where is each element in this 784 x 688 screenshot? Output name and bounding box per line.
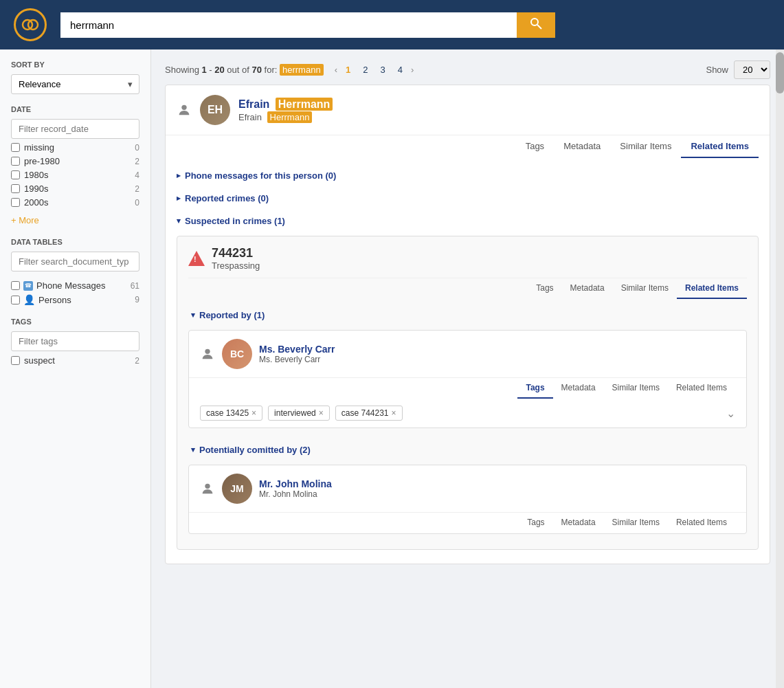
date-label: DATE <box>11 105 139 113</box>
tag-case744231-remove[interactable]: × <box>392 408 396 418</box>
potentially-committed-section: ▾ Potentially comitted by (2) JM <box>188 434 747 534</box>
chevron-down-icon-3: ▾ <box>191 445 195 454</box>
data-tables-filter-input[interactable] <box>11 252 139 271</box>
svg-point-5 <box>205 349 210 354</box>
result-subtitle: Efrain Herrmann <box>238 112 333 122</box>
avatar-beverly: BC <box>222 339 252 369</box>
date-filter-2000s: 2000s 0 <box>11 197 139 208</box>
checkbox-pre1980[interactable] <box>11 157 20 166</box>
main-layout: SORT BY Relevance DATE missing 0 pre-198… <box>0 49 784 688</box>
tab-tags[interactable]: Tags <box>516 135 554 158</box>
suspected-crimes-header[interactable]: ▾ Suspected in crimes (1) <box>177 212 759 230</box>
reported-crimes-header[interactable]: ▸ Reported crimes (0) <box>177 189 759 208</box>
checkbox-phone-messages[interactable] <box>11 281 20 290</box>
potentially-committed-label: Potentially comitted by (2) <box>199 445 311 455</box>
svg-point-4 <box>181 105 186 110</box>
beverly-tabs: Tags Metadata Similar Items Related Item… <box>189 377 746 399</box>
potentially-committed-header[interactable]: ▾ Potentially comitted by (2) <box>188 441 747 459</box>
results-top-row: Showing 1 - 20 out of 70 for: herrmann ‹… <box>165 60 770 79</box>
date-filter-missing-label: missing <box>24 142 54 153</box>
tag-suspect: suspect 2 <box>11 355 139 366</box>
related-items-content: ▸ Phone messages for this person (0) ▸ R… <box>166 158 770 564</box>
show-row: Show 20 50 <box>706 60 770 79</box>
pagination-next[interactable]: › <box>411 65 414 75</box>
pagination-page-1[interactable]: 1 <box>341 63 355 76</box>
john-tab-metadata[interactable]: Metadata <box>553 513 604 533</box>
pagination-page-2[interactable]: 2 <box>359 63 372 76</box>
tab-related-items[interactable]: Related Items <box>681 135 759 158</box>
sort-select[interactable]: Relevance <box>11 74 139 94</box>
avatar-john: JM <box>222 474 252 504</box>
date-filter-pre1980-label: pre-1980 <box>24 156 60 166</box>
date-filter-1980s: 1980s 4 <box>11 170 139 180</box>
john-tab-related[interactable]: Related Items <box>668 513 735 533</box>
tags-filter-input[interactable] <box>11 331 139 351</box>
pagination-page-3[interactable]: 3 <box>376 63 389 76</box>
reported-by-header[interactable]: ▾ Reported by (1) <box>188 306 747 324</box>
john-tabs: Tags Metadata Similar Items Related Item… <box>189 512 746 533</box>
result-name-plain: Efrain <box>238 98 269 110</box>
john-tab-similar[interactable]: Similar Items <box>604 513 668 533</box>
chevron-right-icon: ▸ <box>177 171 181 180</box>
crime-tabs: Tags Metadata Similar Items Related Item… <box>188 278 747 299</box>
svg-point-2 <box>531 19 538 25</box>
crime-tab-tags[interactable]: Tags <box>528 278 561 299</box>
result-card-header: EH Efrain Herrmann Efrain Herrmann <box>166 85 770 135</box>
date-filter-2000s-count: 0 <box>135 198 139 208</box>
phone-messages-label: Phone Messages <box>36 280 105 291</box>
scrollbar-thumb[interactable] <box>776 52 784 93</box>
tag-suspect-count: 2 <box>135 356 139 366</box>
date-filter-missing: missing 0 <box>11 142 139 153</box>
tag-case13425-remove[interactable]: × <box>251 408 256 418</box>
beverly-tab-tags[interactable]: Tags <box>517 378 552 399</box>
svg-point-6 <box>205 484 210 489</box>
header <box>0 0 784 49</box>
crime-info: 744231 Trespassing <box>212 246 260 271</box>
beverly-tab-related[interactable]: Related Items <box>668 378 735 399</box>
beverly-name: Ms. Beverly Carr <box>259 344 335 355</box>
pagination-page-4[interactable]: 4 <box>394 63 407 76</box>
scrollbar-track <box>776 49 784 688</box>
crime-tab-metadata[interactable]: Metadata <box>562 278 613 299</box>
checkbox-missing[interactable] <box>11 143 20 152</box>
phone-messages-header[interactable]: ▸ Phone messages for this person (0) <box>177 166 759 185</box>
person-card-john: JM Mr. John Molina Mr. John Molina Tags … <box>188 465 747 534</box>
sort-by-label: SORT BY <box>11 60 139 69</box>
date-filter-input[interactable] <box>11 119 139 139</box>
more-link[interactable]: + More <box>11 215 39 225</box>
checkbox-1980s[interactable] <box>11 170 20 179</box>
crime-tab-related[interactable]: Related Items <box>677 278 747 299</box>
tag-interviewed-remove[interactable]: × <box>319 408 324 418</box>
date-filter-missing-count: 0 <box>135 143 139 153</box>
sidebar: SORT BY Relevance DATE missing 0 pre-198… <box>0 49 151 688</box>
checkbox-1990s[interactable] <box>11 184 20 193</box>
date-filter-1990s-label: 1990s <box>24 184 48 194</box>
result-info: Efrain Herrmann Efrain Herrmann <box>238 98 333 122</box>
crime-header: 744231 Trespassing <box>188 246 747 271</box>
phone-messages-icon: ☎ <box>23 281 33 291</box>
phone-messages-count: 61 <box>131 281 139 291</box>
crime-type: Trespassing <box>212 260 260 271</box>
john-tab-tags[interactable]: Tags <box>519 513 552 533</box>
show-select[interactable]: 20 50 <box>734 60 770 79</box>
search-input[interactable] <box>60 12 517 38</box>
checkbox-2000s[interactable] <box>11 198 20 207</box>
person-card-beverly-header: BC Ms. Beverly Carr Ms. Beverly Carr <box>189 331 746 377</box>
search-bar <box>60 12 555 38</box>
results-range-end: 20 <box>214 65 224 75</box>
crime-tab-similar[interactable]: Similar Items <box>613 278 677 299</box>
person-icon-john <box>200 481 215 496</box>
pagination-prev[interactable]: ‹ <box>335 65 337 75</box>
checkbox-suspect[interactable] <box>11 356 20 365</box>
result-subtitle-highlight: Herrmann <box>267 111 313 123</box>
search-button[interactable] <box>517 12 555 38</box>
warning-triangle-icon <box>188 251 205 266</box>
tab-similar-items[interactable]: Similar Items <box>610 135 681 158</box>
logo <box>14 8 47 41</box>
tab-metadata[interactable]: Metadata <box>554 135 610 158</box>
checkbox-persons[interactable] <box>11 296 20 304</box>
beverly-tab-metadata[interactable]: Metadata <box>553 378 604 399</box>
beverly-tab-similar[interactable]: Similar Items <box>604 378 668 399</box>
tags-expand-button[interactable]: ⌄ <box>726 407 735 420</box>
reported-by-section: ▾ Reported by (1) BC <box>188 299 747 428</box>
